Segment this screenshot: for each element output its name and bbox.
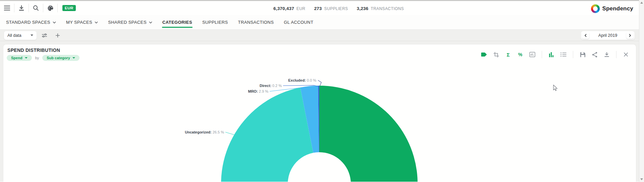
palette-icon[interactable]: [43, 3, 57, 13]
main-nav: STANDARD SPACES MY SPACES SHARED SPACES …: [0, 15, 644, 30]
stat-label: EUR: [297, 6, 306, 11]
summary-stats: 6,370,437 EUR 273 SUPPLIERS 3,236 TRANSA…: [273, 1, 404, 16]
brand-logo: Spendency: [591, 1, 634, 16]
nav-categories[interactable]: CATEGORIES: [157, 15, 197, 29]
search-icon[interactable]: [29, 3, 43, 13]
leader-line-uncategorized: [225, 132, 234, 135]
data-scope-selector[interactable]: All data: [4, 31, 37, 40]
scroll-down-icon[interactable]: [639, 178, 644, 180]
top-bar: EUR 6,370,437 EUR 273 SUPPLIERS 3,236 TR…: [0, 0, 644, 15]
slice-label-mro: MRO: 2.9 %: [248, 89, 268, 93]
stat-value: 6,370,437: [273, 6, 294, 11]
main-content: SPEND DISTRIBUTION Spend by Sub category: [0, 41, 644, 182]
stat-suppliers: 273 SUPPLIERS: [314, 6, 348, 11]
slice-label-direct: Direct: 0.2 %: [260, 84, 282, 88]
chevron-down-icon: [31, 34, 33, 36]
divider: [57, 4, 58, 12]
chevron-down-icon: [53, 21, 56, 23]
nav-my-spaces[interactable]: MY SPACES: [61, 15, 103, 29]
slice-label-uncategorized: Uncategorized: 26.5 %: [185, 130, 224, 134]
donut-chart: Uncategorized: 26.5 %MRO: 2.9 %Direct: 0…: [0, 41, 644, 182]
stat-value: 273: [314, 6, 322, 11]
stat-value: 3,236: [357, 6, 369, 11]
page-scrollbar[interactable]: [639, 0, 644, 182]
date-label: April 2019: [598, 33, 617, 38]
chevron-left-icon[interactable]: [582, 32, 589, 39]
chevron-right-icon[interactable]: [626, 32, 634, 39]
nav-transactions[interactable]: TRANSACTIONS: [233, 15, 279, 29]
chevron-down-icon: [95, 21, 98, 23]
slice-label-excluded: Excluded: 0.0 %: [288, 78, 316, 82]
chevron-down-icon: [149, 21, 152, 23]
donut-slice-uncategorized[interactable]: [221, 88, 313, 182]
leader-line-excluded: [318, 80, 321, 86]
currency-badge[interactable]: EUR: [62, 5, 76, 11]
brand-name: Spendency: [602, 5, 634, 12]
brand-ring-icon: [591, 4, 600, 13]
filter-icon[interactable]: [39, 31, 50, 40]
nav-suppliers[interactable]: SUPPLIERS: [197, 15, 233, 29]
stat-transactions: 3,236 TRANSACTIONS: [357, 6, 404, 11]
nav-shared-spaces[interactable]: SHARED SPACES: [103, 15, 157, 29]
date-navigator: April 2019: [581, 31, 635, 40]
download-icon[interactable]: [14, 3, 29, 13]
app-window: EUR 6,370,437 EUR 273 SUPPLIERS 3,236 TR…: [0, 0, 644, 182]
nav-gl-account[interactable]: GL ACCOUNT: [279, 15, 318, 29]
add-icon[interactable]: [52, 31, 63, 40]
menu-icon[interactable]: [0, 3, 14, 13]
scroll-up-icon[interactable]: [639, 2, 644, 4]
stat-total-spend: 6,370,437 EUR: [273, 6, 305, 11]
stat-label: TRANSACTIONS: [371, 6, 404, 11]
topbar-icon-group: EUR: [0, 1, 76, 15]
stat-label: SUPPLIERS: [324, 6, 348, 11]
filter-bar: All data April 2019: [0, 30, 644, 41]
nav-standard-spaces[interactable]: STANDARD SPACES: [1, 15, 61, 29]
